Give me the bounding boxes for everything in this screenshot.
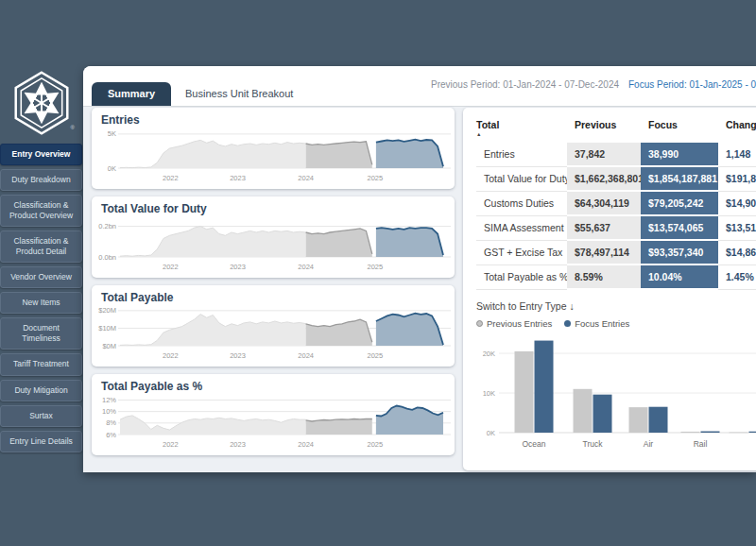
row-label[interactable]: Entries [476, 143, 567, 166]
chart-title: Total Value for Duty [92, 196, 455, 215]
area-chart-total-value-for-duty[interactable]: 0.2bn0.0bn2022202320242025 [92, 215, 451, 276]
svg-text:8%: 8% [106, 418, 116, 427]
previous-value[interactable]: $78,497,114 [567, 240, 641, 264]
svg-text:2025: 2025 [367, 263, 383, 271]
entry-type-switch[interactable]: Switch to Entry Type ↓ [476, 300, 756, 312]
change-value[interactable]: $14,860,226 [718, 240, 756, 264]
summary-header-previous[interactable]: Previous [567, 117, 641, 143]
bar-previous-Ocean[interactable] [515, 351, 534, 433]
summary-row: Total Payable as %8.59%10.04%1.45% [476, 264, 756, 289]
bar-previous-clipped[interactable] [730, 433, 748, 434]
row-label[interactable]: GST + Excise Tax [476, 240, 567, 264]
summary-header-focus[interactable]: Focus [641, 117, 718, 143]
bar-previous-Truck[interactable] [574, 389, 593, 433]
svg-text:2022: 2022 [163, 440, 179, 449]
change-value[interactable]: $191,819,080 [718, 166, 756, 191]
previous-value[interactable]: 37,842 [567, 143, 641, 166]
row-label[interactable]: Customs Duties [476, 191, 567, 215]
sidebar-item-classification-product-overview[interactable]: Classification & Product Overview [0, 195, 82, 227]
svg-text:2022: 2022 [163, 174, 179, 182]
svg-text:2023: 2023 [230, 263, 246, 271]
legend-focus-entries[interactable]: Focus Entries [564, 318, 629, 329]
row-label[interactable]: SIMA Assessment [476, 215, 567, 240]
summary-row: Total Value for Duty$1,662,368,801$1,854… [476, 166, 756, 191]
svg-text:$0M: $0M [102, 342, 116, 350]
sidebar-item-document-timeliness[interactable]: Document Timeliness [0, 317, 82, 350]
bar-previous-Air[interactable] [629, 407, 648, 433]
panel-header: Summary Business Unit Breakout Previous … [83, 66, 756, 107]
sidebar-item-tariff-treatment[interactable]: Tariff Treatment [0, 353, 82, 375]
previous-value[interactable]: 8.59% [567, 264, 641, 289]
row-label[interactable]: Total Payable as % [476, 264, 567, 289]
sort-asc-icon: ▲ [476, 131, 559, 137]
previous-value[interactable]: $55,637 [567, 215, 641, 240]
svg-text:2024: 2024 [298, 263, 314, 271]
area-chart-total-payable-as-pct[interactable]: 12%10%8%6%2022202320242025 [92, 393, 451, 453]
svg-text:5K: 5K [108, 129, 116, 138]
summary-row: GST + Excise Tax$78,497,114$93,357,340$1… [476, 240, 756, 264]
focus-period-label: Focus Period: 01-Jan-2025 - 04 [628, 79, 756, 90]
sidebar-item-duty-breakdown[interactable]: Duty Breakdown [0, 169, 82, 191]
app-logo: ® [12, 70, 71, 136]
change-value[interactable]: $13,518,428 [718, 215, 756, 240]
row-label[interactable]: Total Value for Duty [476, 166, 567, 191]
entry-type-bar-chart[interactable]: 0K10K20KOceanTruckAirRail [476, 333, 756, 458]
legend-previous-entries[interactable]: Previous Entries [476, 318, 552, 329]
focus-value[interactable]: $1,854,187,881 [641, 166, 718, 191]
focus-value[interactable]: 38,990 [641, 143, 718, 166]
summary-panel: Total▲PreviousFocusChangeEntries37,84238… [463, 108, 756, 470]
bar-focus-Ocean[interactable] [535, 341, 554, 433]
previous-value[interactable]: $64,304,119 [567, 191, 641, 215]
registered-mark: ® [71, 125, 75, 130]
bar-previous-Rail[interactable] [681, 432, 700, 433]
chart-card-entries: Entries5K0K2022202320242025 [92, 108, 455, 189]
tab-summary[interactable]: Summary [92, 82, 171, 106]
hex-cube-logo-icon [12, 70, 71, 136]
tab-business-unit-breakout[interactable]: Business Unit Breakout [174, 82, 304, 106]
sidebar-item-entry-line-details[interactable]: Entry Line Details [0, 431, 82, 452]
focus-value[interactable]: 10.04% [641, 264, 718, 289]
svg-text:2025: 2025 [367, 440, 383, 449]
area-chart-entries[interactable]: 5K0K2022202320242025 [92, 127, 451, 187]
change-value[interactable]: $14,901,123 [718, 191, 756, 215]
summary-header-change[interactable]: Change [718, 117, 756, 143]
svg-text:2025: 2025 [367, 351, 383, 360]
history-area [120, 416, 306, 435]
sidebar-item-classification-product-detail[interactable]: Classification & Product Detail [0, 230, 82, 263]
sidebar-item-duty-mitigation[interactable]: Duty Mitigation [0, 380, 82, 401]
history-area [120, 315, 306, 346]
sidebar-nav: Entry OverviewDuty BreakdownClassificati… [0, 144, 83, 452]
summary-row: Customs Duties$64,304,119$79,205,242$14,… [476, 191, 756, 215]
bar-focus-Rail[interactable] [701, 432, 720, 433]
sidebar-item-new-items[interactable]: New Items [0, 292, 82, 314]
summary-header-total[interactable]: Total▲ [476, 117, 567, 143]
svg-text:0K: 0K [487, 429, 495, 437]
sidebar-item-entry-overview[interactable]: Entry Overview [0, 144, 82, 165]
sidebar-item-vendor-overview[interactable]: Vendor Overview [0, 266, 82, 288]
down-arrow-icon: ↓ [569, 300, 574, 312]
svg-text:2024: 2024 [298, 440, 314, 449]
bar-focus-clipped[interactable] [749, 432, 756, 433]
focus-value[interactable]: $93,357,340 [641, 240, 718, 264]
chart-card-total-payable-as-pct: Total Payable as %12%10%8%6%202220232024… [92, 374, 455, 455]
svg-text:0.0bn: 0.0bn [98, 253, 116, 262]
focus-value[interactable]: $79,205,242 [641, 191, 718, 215]
change-value[interactable]: 1,148 [718, 143, 756, 166]
chart-title: Total Payable [92, 285, 455, 304]
svg-text:2023: 2023 [230, 351, 246, 360]
sidebar-item-surtax[interactable]: Surtax [0, 405, 82, 427]
bar-focus-Truck[interactable] [593, 395, 612, 433]
svg-text:$20M: $20M [98, 306, 116, 315]
area-chart-total-payable[interactable]: $20M$10M$0M2022202320242025 [92, 304, 451, 365]
chart-card-total-value-for-duty: Total Value for Duty0.2bn0.0bn2022202320… [92, 196, 455, 278]
dashboard-root: ® Entry OverviewDuty BreakdownClassifica… [0, 0, 756, 546]
entry-type-switch-label: Switch to Entry Type [476, 300, 567, 312]
svg-text:12%: 12% [102, 396, 116, 404]
bar-focus-Air[interactable] [649, 407, 668, 433]
focus-value[interactable]: $13,574,065 [641, 215, 718, 240]
sidebar: ® Entry OverviewDuty BreakdownClassifica… [0, 0, 83, 546]
change-value[interactable]: 1.45% [718, 264, 756, 289]
svg-text:10%: 10% [102, 407, 116, 416]
previous-value[interactable]: $1,662,368,801 [567, 166, 641, 191]
svg-text:$10M: $10M [98, 324, 116, 333]
